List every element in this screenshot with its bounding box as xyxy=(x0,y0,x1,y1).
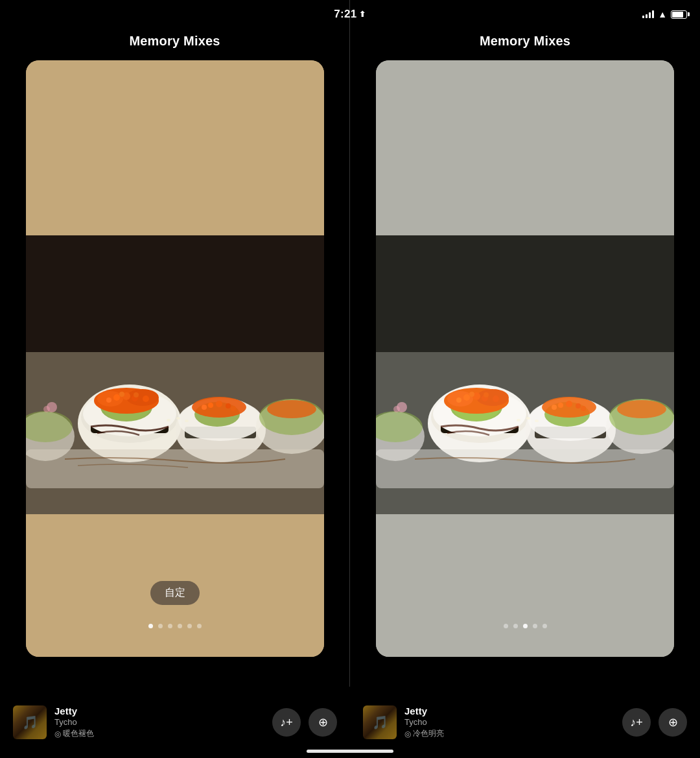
dot-2 xyxy=(158,624,163,628)
svg-point-10 xyxy=(126,389,159,406)
memory-card-left[interactable]: 自定 xyxy=(26,60,324,657)
track-artist-right: Tycho xyxy=(404,717,614,727)
svg-point-16 xyxy=(134,392,139,397)
add-library-icon-right: ♪+ xyxy=(630,716,643,729)
panel-right-title: Memory Mixes xyxy=(480,34,570,48)
panel-left: Memory Mixes xyxy=(0,0,350,758)
svg-rect-33 xyxy=(26,449,324,488)
filter-icon-left: ⊕ xyxy=(318,715,328,729)
svg-point-55 xyxy=(484,392,489,397)
sushi-image-right xyxy=(376,235,674,514)
album-art-image-left xyxy=(13,705,47,739)
status-icons: ▲ xyxy=(642,9,687,19)
dot-r1 xyxy=(504,624,508,628)
svg-point-53 xyxy=(456,397,461,403)
filter-icon-right: ⊕ xyxy=(668,715,678,729)
track-name-left: Jetty xyxy=(54,705,264,717)
panel-right: Memory Mixes xyxy=(350,0,700,758)
location-icon: ⬆ xyxy=(359,10,366,19)
album-art-image-right xyxy=(363,705,397,739)
svg-point-17 xyxy=(143,396,149,402)
svg-point-27 xyxy=(231,406,236,411)
svg-point-64 xyxy=(576,403,581,409)
svg-point-26 xyxy=(202,405,207,410)
svg-point-36 xyxy=(167,419,170,421)
battery-icon xyxy=(671,10,687,19)
svg-point-23 xyxy=(208,403,213,408)
card-top-left xyxy=(26,60,324,235)
add-library-icon-left: ♪+ xyxy=(280,716,293,729)
status-time: 7:21 ⬆ xyxy=(334,8,366,21)
svg-point-37 xyxy=(176,417,180,420)
svg-point-25 xyxy=(226,403,231,409)
dot-r5 xyxy=(542,624,547,628)
svg-point-35 xyxy=(43,406,50,412)
svg-point-56 xyxy=(493,396,499,402)
card-bottom-right xyxy=(376,514,674,657)
dot-5 xyxy=(187,624,192,628)
wifi-icon: ▲ xyxy=(658,9,667,19)
card-wrapper-right[interactable] xyxy=(350,55,700,758)
card-wrapper-left[interactable]: 自定 xyxy=(0,55,349,758)
track-info-right: Jetty Tycho ◎ 冷色明亮 xyxy=(404,705,614,739)
mood-icon-right: ◎ xyxy=(404,729,411,739)
dot-6 xyxy=(197,624,202,628)
svg-rect-72 xyxy=(376,449,674,488)
svg-point-11 xyxy=(113,394,120,401)
panels-container: Memory Mixes xyxy=(0,0,700,758)
album-art-right xyxy=(363,705,397,739)
status-bar: 7:21 ⬆ ▲ xyxy=(0,0,700,29)
customize-button-left[interactable]: 自定 xyxy=(150,581,200,605)
mood-text-left: 暖色褪色 xyxy=(63,728,94,739)
signal-icon xyxy=(642,10,654,18)
track-info-left: Jetty Tycho ◎ 暖色褪色 xyxy=(54,705,264,739)
svg-point-74 xyxy=(393,406,400,412)
player-bar-right: Jetty Tycho ◎ 冷色明亮 ♪+ ⊕ xyxy=(350,687,700,758)
dots-left xyxy=(26,624,324,628)
control-btns-right: ♪+ ⊕ xyxy=(622,708,687,737)
filter-btn-right[interactable]: ⊕ xyxy=(659,708,687,737)
album-art-left xyxy=(13,705,47,739)
card-top-right xyxy=(376,60,674,235)
dot-4 xyxy=(178,624,182,628)
svg-point-24 xyxy=(216,401,222,407)
track-name-right: Jetty xyxy=(404,705,614,717)
svg-point-66 xyxy=(581,406,586,411)
add-to-library-btn-right[interactable]: ♪+ xyxy=(622,708,651,737)
mood-icon-left: ◎ xyxy=(54,729,61,739)
svg-point-76 xyxy=(526,417,530,420)
svg-point-50 xyxy=(463,394,470,401)
svg-point-75 xyxy=(517,419,520,421)
svg-point-15 xyxy=(119,392,124,397)
add-to-library-btn-left[interactable]: ♪+ xyxy=(272,708,301,737)
svg-point-30 xyxy=(267,400,316,418)
svg-point-63 xyxy=(566,401,572,407)
track-mood-right: ◎ 冷色明亮 xyxy=(404,728,614,739)
dot-r4 xyxy=(533,624,537,628)
track-mood-left: ◎ 暖色褪色 xyxy=(54,728,264,739)
dot-1 xyxy=(148,624,153,628)
dots-right xyxy=(376,624,674,628)
sushi-image-left xyxy=(26,235,324,514)
home-indicator xyxy=(307,750,393,753)
svg-point-65 xyxy=(552,405,557,410)
dot-r2 xyxy=(513,624,518,628)
player-bar-left: Jetty Tycho ◎ 暖色褪色 ♪+ ⊕ xyxy=(0,687,350,758)
track-artist-left: Tycho xyxy=(54,717,264,727)
svg-point-62 xyxy=(558,403,563,408)
svg-point-69 xyxy=(617,400,666,418)
svg-point-14 xyxy=(106,397,111,403)
svg-point-49 xyxy=(476,389,509,406)
memory-card-right[interactable] xyxy=(376,60,674,657)
mood-text-right: 冷色明亮 xyxy=(413,728,444,739)
dot-r3 xyxy=(523,624,528,628)
svg-point-54 xyxy=(469,392,474,397)
filter-btn-left[interactable]: ⊕ xyxy=(309,708,337,737)
control-btns-left: ♪+ ⊕ xyxy=(272,708,337,737)
time-text: 7:21 xyxy=(334,8,356,21)
svg-point-77 xyxy=(535,420,539,422)
svg-point-38 xyxy=(185,420,189,422)
panel-left-title: Memory Mixes xyxy=(129,34,220,48)
dot-3 xyxy=(168,624,172,628)
